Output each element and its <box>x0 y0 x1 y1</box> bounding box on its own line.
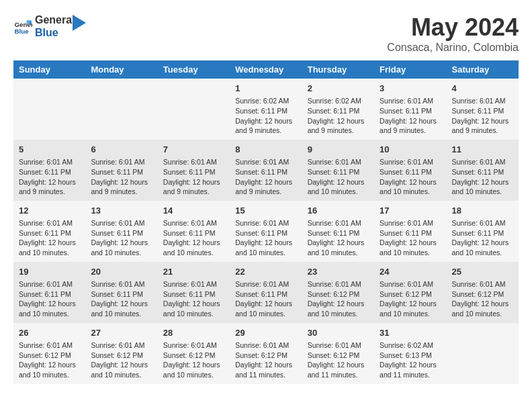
calendar-cell: 14Sunrise: 6:01 AMSunset: 6:11 PMDayligh… <box>158 201 230 262</box>
day-info-line: Daylight: 12 hours <box>235 238 296 248</box>
day-info-line: Daylight: 12 hours <box>91 360 152 370</box>
day-info-line: Sunrise: 6:01 AM <box>163 279 224 289</box>
day-info-line: Sunset: 6:11 PM <box>308 106 369 116</box>
day-number: 9 <box>308 144 369 156</box>
day-info-line: and 10 minutes. <box>452 309 513 319</box>
day-info-line: and 10 minutes. <box>380 248 441 258</box>
day-info-line: Daylight: 12 hours <box>235 177 296 187</box>
day-info-line: Sunset: 6:12 PM <box>380 289 441 300</box>
calendar-cell: 5Sunrise: 6:01 AMSunset: 6:11 PMDaylight… <box>13 140 85 201</box>
day-number: 28 <box>163 327 224 339</box>
day-info-line: Sunrise: 6:01 AM <box>380 96 441 106</box>
day-info-line: and 9 minutes. <box>235 126 296 136</box>
day-info-line: Sunset: 6:12 PM <box>308 289 369 300</box>
day-info-line: Daylight: 12 hours <box>452 238 513 248</box>
day-number: 22 <box>235 266 296 278</box>
day-info-line: Sunset: 6:11 PM <box>235 228 296 238</box>
calendar-cell <box>85 79 157 140</box>
calendar-cell: 2Sunrise: 6:02 AMSunset: 6:11 PMDaylight… <box>302 79 374 140</box>
day-info-line: Sunrise: 6:01 AM <box>308 340 369 351</box>
svg-text:Blue: Blue <box>14 28 29 35</box>
day-number: 24 <box>380 266 441 278</box>
day-info-line: Sunset: 6:11 PM <box>235 167 296 177</box>
calendar-cell: 7Sunrise: 6:01 AMSunset: 6:11 PMDaylight… <box>158 140 230 201</box>
day-info-line: Sunrise: 6:01 AM <box>91 157 152 167</box>
day-info-line: Sunrise: 6:01 AM <box>235 218 296 228</box>
weekday-header-tuesday: Tuesday <box>158 60 230 79</box>
day-info-line: Daylight: 12 hours <box>380 116 441 126</box>
day-info-line: and 9 minutes. <box>19 187 80 197</box>
calendar-cell: 25Sunrise: 6:01 AMSunset: 6:12 PMDayligh… <box>447 262 519 323</box>
day-info-line: Daylight: 12 hours <box>91 299 152 309</box>
day-info-line: Daylight: 12 hours <box>380 238 441 248</box>
day-info-line: Sunset: 6:11 PM <box>380 167 441 177</box>
day-info-line: Sunrise: 6:01 AM <box>235 340 296 351</box>
day-info-line: and 10 minutes. <box>308 187 369 197</box>
day-number: 3 <box>380 83 441 95</box>
day-number: 19 <box>19 266 80 278</box>
day-number: 25 <box>452 266 513 278</box>
day-info-line: Sunset: 6:11 PM <box>308 228 369 238</box>
day-info-line: Sunrise: 6:01 AM <box>452 218 513 228</box>
day-number: 21 <box>163 266 224 278</box>
day-number: 5 <box>19 144 80 156</box>
calendar-cell <box>158 79 230 140</box>
day-info-line: Daylight: 12 hours <box>308 116 369 126</box>
day-info-line: Sunrise: 6:01 AM <box>163 218 224 228</box>
weekday-header-row: SundayMondayTuesdayWednesdayThursdayFrid… <box>13 60 519 79</box>
day-info-line: and 11 minutes. <box>235 370 296 380</box>
day-number: 27 <box>91 327 152 339</box>
day-info-line: Sunrise: 6:01 AM <box>452 96 513 106</box>
calendar-cell: 8Sunrise: 6:01 AMSunset: 6:11 PMDaylight… <box>230 140 302 201</box>
day-info-line: Sunset: 6:11 PM <box>91 289 152 300</box>
day-info-line: Sunrise: 6:02 AM <box>235 96 296 106</box>
calendar-cell <box>447 323 519 384</box>
calendar-cell: 9Sunrise: 6:01 AMSunset: 6:11 PMDaylight… <box>302 140 374 201</box>
day-number: 11 <box>452 144 513 156</box>
calendar-cell: 3Sunrise: 6:01 AMSunset: 6:11 PMDaylight… <box>374 79 446 140</box>
day-info-line: Sunset: 6:11 PM <box>91 228 152 238</box>
calendar-title: May 2024 <box>387 13 519 42</box>
weekday-header-friday: Friday <box>374 60 446 79</box>
day-info-line: and 10 minutes. <box>91 370 152 380</box>
calendar-cell: 31Sunrise: 6:02 AMSunset: 6:13 PMDayligh… <box>374 323 446 384</box>
day-number: 7 <box>163 144 224 156</box>
day-info-line: Sunset: 6:12 PM <box>91 351 152 361</box>
calendar-cell: 26Sunrise: 6:01 AMSunset: 6:12 PMDayligh… <box>13 323 85 384</box>
day-info-line: and 10 minutes. <box>19 309 80 319</box>
day-info-line: Sunset: 6:11 PM <box>452 167 513 177</box>
day-info-line: and 10 minutes. <box>380 309 441 319</box>
day-info-line: Sunrise: 6:01 AM <box>91 279 152 289</box>
day-info-line: Sunrise: 6:02 AM <box>380 340 441 351</box>
weekday-header-wednesday: Wednesday <box>230 60 302 79</box>
day-number: 16 <box>308 205 369 217</box>
weekday-header-sunday: Sunday <box>13 60 85 79</box>
weekday-header-thursday: Thursday <box>302 60 374 79</box>
day-info-line: Sunset: 6:11 PM <box>308 167 369 177</box>
day-info-line: and 9 minutes. <box>380 126 441 136</box>
calendar-cell: 18Sunrise: 6:01 AMSunset: 6:11 PMDayligh… <box>447 201 519 262</box>
day-number: 30 <box>308 327 369 339</box>
day-info-line: and 10 minutes. <box>19 248 80 258</box>
day-info-line: Sunset: 6:11 PM <box>380 106 441 116</box>
day-info-line: and 11 minutes. <box>380 370 441 380</box>
day-info-line: Sunrise: 6:02 AM <box>308 96 369 106</box>
day-info-line: and 10 minutes. <box>308 248 369 258</box>
day-info-line: and 10 minutes. <box>452 248 513 258</box>
day-info-line: Daylight: 12 hours <box>19 238 80 248</box>
day-info-line: Sunset: 6:11 PM <box>163 167 224 177</box>
day-number: 12 <box>19 205 80 217</box>
day-info-line: Sunset: 6:11 PM <box>19 228 80 238</box>
day-info-line: Sunset: 6:12 PM <box>235 351 296 361</box>
day-number: 26 <box>19 327 80 339</box>
day-info-line: and 9 minutes. <box>308 126 369 136</box>
day-info-line: Sunset: 6:12 PM <box>452 289 513 300</box>
day-number: 17 <box>380 205 441 217</box>
calendar-week-row: 19Sunrise: 6:01 AMSunset: 6:11 PMDayligh… <box>13 262 519 323</box>
day-info-line: Sunset: 6:11 PM <box>452 228 513 238</box>
svg-marker-4 <box>73 15 86 31</box>
day-info-line: Sunset: 6:11 PM <box>163 228 224 238</box>
logo-blue: Blue <box>35 26 75 39</box>
day-info-line: Sunrise: 6:01 AM <box>91 218 152 228</box>
day-info-line: Sunrise: 6:01 AM <box>308 218 369 228</box>
